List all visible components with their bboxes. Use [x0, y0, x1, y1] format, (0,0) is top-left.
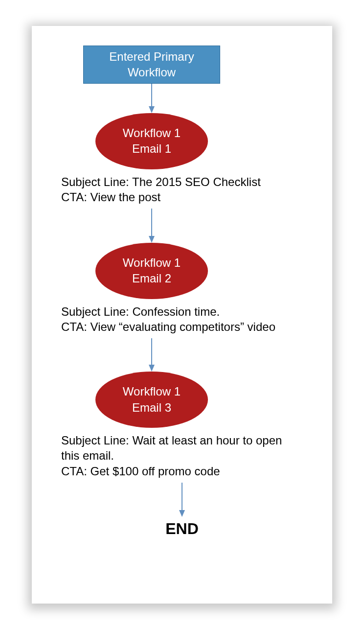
subject-label-3: Subject Line: — [61, 434, 132, 447]
email1-desc: Subject Line: The 2015 SEO Checklist CTA… — [61, 174, 303, 205]
subject-1: The 2015 SEO Checklist — [132, 175, 261, 188]
arrow-2 — [83, 209, 220, 243]
cta-3: Get $100 off promo code — [91, 465, 220, 478]
email1-line2: Email 1 — [132, 141, 171, 157]
cta-label-2: CTA: — [61, 320, 91, 333]
svg-marker-7 — [179, 510, 185, 517]
flowchart-card: Entered Primary Workflow Workflow 1 Emai… — [32, 26, 332, 604]
email1-line1: Workflow 1 — [123, 125, 181, 141]
svg-marker-1 — [149, 106, 155, 113]
cta-2: View “evaluating competitors” video — [91, 320, 275, 333]
email3-node: Workflow 1 Email 3 — [95, 372, 208, 428]
arrow-3 — [83, 338, 220, 372]
cta-label-3: CTA: — [61, 465, 91, 478]
end-node: END — [61, 520, 303, 538]
subject-label-2: Subject Line: — [61, 305, 132, 318]
start-node: Entered Primary Workflow — [83, 46, 220, 84]
cta-1: View the post — [91, 190, 161, 204]
arrow-1 — [83, 84, 220, 113]
email3-desc: Subject Line: Wait at least an hour to o… — [61, 433, 303, 479]
start-line1: Entered Primary — [109, 49, 194, 64]
subject-2: Confession time. — [132, 305, 220, 318]
email2-desc: Subject Line: Confession time. CTA: View… — [61, 304, 303, 334]
arrow-4 — [61, 483, 303, 517]
email3-line1: Workflow 1 — [123, 384, 181, 399]
email2-node: Workflow 1 Email 2 — [95, 243, 208, 299]
email2-line1: Workflow 1 — [123, 255, 181, 271]
svg-marker-3 — [149, 236, 155, 243]
cta-label-1: CTA: — [61, 190, 91, 204]
subject-label-1: Subject Line: — [61, 175, 132, 188]
email3-line2: Email 3 — [132, 400, 171, 416]
svg-marker-5 — [149, 365, 155, 372]
email1-node: Workflow 1 Email 1 — [95, 113, 208, 169]
start-line2: Workflow — [128, 65, 176, 80]
email2-line2: Email 2 — [132, 271, 171, 286]
